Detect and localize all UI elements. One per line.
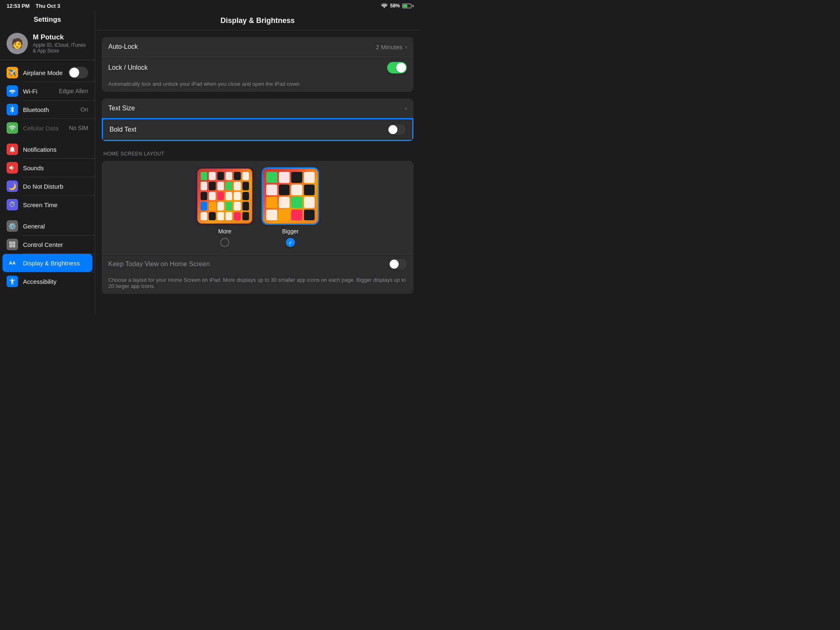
sounds-icon (7, 162, 18, 173)
sidebar-item-screentime[interactable]: ⏱ Screen Time (0, 196, 95, 214)
notifications-label: Notifications (23, 146, 88, 153)
sidebar-item-cellular[interactable]: Cellular Data No SIM (0, 119, 95, 137)
sidebar: Settings 🧑 M Potuck Apple ID, iCloud, iT… (0, 11, 95, 315)
bigger-app-grid (266, 172, 315, 220)
boldtext-row[interactable]: Bold Text (102, 118, 413, 141)
accessibility-label: Accessibility (23, 278, 88, 285)
more-radio[interactable] (220, 238, 229, 247)
settings-group-system: Notifications Sounds 🌙 Do Not Disturb ⏱ … (0, 140, 95, 214)
date: Thu Oct 3 (36, 3, 60, 9)
lock-card: Auto-Lock 2 Minutes › Lock / Unlock Auto… (102, 37, 413, 92)
controlcenter-label: Control Center (23, 241, 88, 248)
battery-percentage: 58% (390, 3, 400, 9)
textsize-chevron: › (405, 105, 407, 112)
general-label: General (23, 223, 88, 230)
home-screen-section-header: HOME SCREEN LAYOUT (102, 148, 413, 159)
accessibility-icon (7, 276, 18, 287)
sidebar-item-notifications[interactable]: Notifications (0, 140, 95, 158)
lockunlock-label: Lock / Unlock (108, 64, 387, 71)
airplane-label: Airplane Mode (23, 69, 68, 76)
lockunlock-row[interactable]: Lock / Unlock (102, 57, 413, 78)
lockunlock-toggle[interactable] (387, 62, 407, 73)
sidebar-item-general[interactable]: ⚙️ General (0, 217, 95, 235)
autolock-value: 2 Minutes (376, 43, 402, 50)
sidebar-title: Settings (0, 11, 95, 29)
cellular-label: Cellular Data (23, 125, 69, 132)
home-layout-more-preview (196, 167, 253, 225)
displaybrightness-icon: AA (7, 257, 18, 269)
keeptoday-toggle[interactable] (389, 259, 407, 269)
screentime-icon: ⏱ (7, 199, 18, 210)
content-title: Display & Brightness (95, 11, 420, 30)
bluetooth-value: On (80, 106, 88, 113)
user-info: M Potuck Apple ID, iCloud, iTunes & App … (33, 33, 88, 54)
time: 12:53 PM (7, 3, 30, 9)
wifi-label: Wi-Fi (23, 88, 59, 95)
sidebar-item-accessibility[interactable]: Accessibility (0, 272, 95, 290)
wifi-sidebar-icon (7, 85, 18, 97)
checkmark-icon: ✓ (288, 240, 293, 246)
battery-icon (402, 4, 413, 8)
status-indicators: 58% (381, 3, 413, 9)
screentime-label: Screen Time (23, 201, 88, 208)
boldtext-toggle[interactable] (388, 124, 406, 135)
cellular-icon (7, 122, 18, 134)
content-panel: Display & Brightness Auto-Lock 2 Minutes… (95, 11, 420, 315)
textsize-label: Text Size (108, 105, 405, 112)
wifi-value: Edgar Allen (59, 88, 88, 94)
user-profile[interactable]: 🧑 M Potuck Apple ID, iCloud, iTunes & Ap… (0, 29, 95, 60)
notifications-icon (7, 144, 18, 155)
lock-note: Automatically lock and unlock your iPad … (102, 78, 413, 92)
sidebar-item-displaybrightness[interactable]: AA Display & Brightness (2, 254, 92, 272)
bluetooth-icon (7, 104, 18, 115)
home-layout-bigger[interactable]: Bigger ✓ (262, 167, 319, 247)
donotdisturb-label: Do Not Disturb (23, 183, 88, 190)
donotdisturb-icon: 🌙 (7, 180, 18, 192)
main-layout: Settings 🧑 M Potuck Apple ID, iCloud, iT… (0, 11, 420, 315)
settings-group-network: ✈️ Airplane Mode Wi-Fi Edgar Allen (0, 64, 95, 137)
sounds-label: Sounds (23, 164, 88, 171)
airplane-toggle[interactable] (68, 67, 88, 78)
wifi-icon (381, 3, 388, 9)
home-layout-bigger-preview (262, 167, 319, 225)
autolock-chevron: › (405, 43, 407, 50)
general-icon: ⚙️ (7, 220, 18, 232)
home-screen-card: More (102, 161, 413, 294)
user-name: M Potuck (33, 33, 88, 41)
content-body: Auto-Lock 2 Minutes › Lock / Unlock Auto… (95, 30, 420, 307)
bluetooth-label: Bluetooth (23, 106, 80, 113)
bigger-label: Bigger (282, 228, 299, 235)
status-bar: 12:53 PM Thu Oct 3 58% (0, 0, 420, 11)
sidebar-item-donotdisturb[interactable]: 🌙 Do Not Disturb (0, 177, 95, 195)
controlcenter-icon (7, 239, 18, 250)
displaybrightness-label: Display & Brightness (23, 260, 88, 267)
text-card: Text Size › Bold Text (102, 98, 413, 141)
boldtext-label: Bold Text (110, 126, 388, 133)
bigger-radio[interactable]: ✓ (286, 238, 295, 247)
sidebar-item-wifi[interactable]: Wi-Fi Edgar Allen (0, 82, 95, 100)
more-label: More (218, 228, 231, 235)
autolock-row[interactable]: Auto-Lock 2 Minutes › (102, 37, 413, 57)
airplane-icon: ✈️ (7, 67, 18, 78)
cellular-value: No SIM (69, 125, 88, 131)
avatar: 🧑 (7, 33, 28, 54)
keeptoday-note: Choose a layout for your Home Screen on … (102, 274, 413, 294)
sidebar-item-bluetooth[interactable]: Bluetooth On (0, 100, 95, 119)
sidebar-item-controlcenter[interactable]: Control Center (0, 235, 95, 253)
home-layout-grid: More (102, 161, 413, 253)
autolock-label: Auto-Lock (108, 43, 376, 50)
user-subtitle: Apple ID, iCloud, iTunes & App Store (33, 42, 88, 54)
more-app-grid (201, 172, 249, 220)
sidebar-item-airplane[interactable]: ✈️ Airplane Mode (0, 64, 95, 82)
status-time: 12:53 PM Thu Oct 3 (7, 3, 60, 9)
settings-group-display: ⚙️ General Control Center AA Display & B… (0, 217, 95, 290)
keeptoday-row[interactable]: Keep Today View on Home Screen (102, 253, 413, 274)
textsize-row[interactable]: Text Size › (102, 98, 413, 118)
home-layout-more[interactable]: More (196, 167, 253, 247)
keeptoday-label: Keep Today View on Home Screen (108, 260, 389, 268)
sidebar-item-sounds[interactable]: Sounds (0, 159, 95, 177)
